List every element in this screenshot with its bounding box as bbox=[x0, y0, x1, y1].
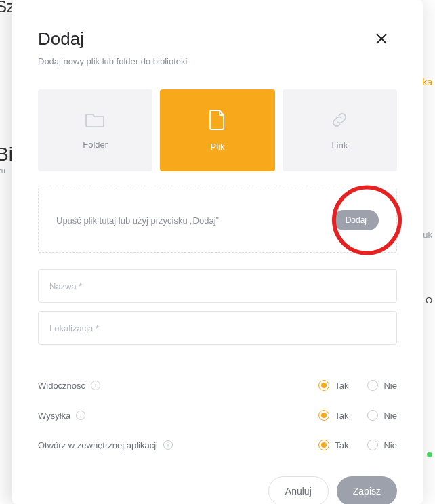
save-button[interactable]: Zapisz bbox=[337, 476, 397, 504]
radio-label: Nie bbox=[384, 381, 397, 391]
option-visibility: Widoczność i Tak Nie bbox=[38, 371, 397, 400]
status-dot-icon bbox=[427, 452, 432, 457]
tile-label: Plik bbox=[211, 142, 225, 152]
cancel-button[interactable]: Anuluj bbox=[268, 476, 329, 504]
tile-file[interactable]: Plik bbox=[160, 89, 274, 171]
info-icon[interactable]: i bbox=[76, 411, 85, 420]
modal-title: Dodaj bbox=[38, 28, 397, 49]
link-icon bbox=[330, 110, 349, 129]
radio-visibility-yes[interactable]: Tak bbox=[318, 380, 348, 391]
modal-subtitle: Dodaj nowy plik lub folder do biblioteki bbox=[38, 56, 397, 66]
radio-icon bbox=[318, 410, 329, 421]
location-input[interactable] bbox=[38, 311, 397, 345]
option-label: Widoczność bbox=[38, 381, 85, 391]
info-icon[interactable]: i bbox=[163, 440, 173, 450]
add-modal: Dodaj Dodaj nowy plik lub folder do bibl… bbox=[12, 0, 423, 504]
radio-external-no[interactable]: Nie bbox=[367, 440, 397, 450]
radio-icon bbox=[367, 440, 378, 450]
radio-icon bbox=[367, 380, 378, 391]
radio-label: Nie bbox=[384, 440, 397, 450]
bg-text: O bbox=[426, 295, 432, 306]
folder-icon bbox=[85, 111, 106, 129]
radio-shipping-no[interactable]: Nie bbox=[367, 410, 397, 421]
bg-text: Bi bbox=[0, 144, 13, 165]
radio-icon bbox=[367, 410, 378, 421]
add-file-button[interactable]: Dodaj bbox=[333, 210, 379, 230]
type-tiles: Folder Plik Link bbox=[38, 89, 397, 171]
radio-label: Tak bbox=[335, 411, 348, 421]
tile-label: Folder bbox=[83, 140, 108, 150]
file-icon bbox=[209, 109, 226, 131]
bg-text: ru bbox=[0, 167, 5, 175]
tile-label: Link bbox=[331, 140, 348, 150]
radio-label: Tak bbox=[335, 440, 348, 450]
radio-visibility-no[interactable]: Nie bbox=[367, 380, 397, 391]
radio-shipping-yes[interactable]: Tak bbox=[318, 410, 348, 421]
name-input[interactable] bbox=[38, 269, 397, 303]
bg-text: ka bbox=[422, 77, 432, 87]
close-icon bbox=[374, 31, 389, 46]
modal-footer: Anuluj Zapisz bbox=[38, 476, 397, 504]
options-group: Widoczność i Tak Nie Wysyłka i Tak Nie O… bbox=[38, 371, 397, 460]
option-external: Otwórz w zewnętrznej aplikacji i Tak Nie bbox=[38, 430, 397, 460]
tile-link[interactable]: Link bbox=[283, 89, 397, 171]
tile-folder[interactable]: Folder bbox=[38, 89, 152, 171]
drop-hint: Upuść plik tutaj lub użyj przycisku „Dod… bbox=[56, 215, 219, 226]
radio-icon bbox=[318, 380, 329, 391]
option-shipping: Wysyłka i Tak Nie bbox=[38, 400, 397, 430]
radio-external-yes[interactable]: Tak bbox=[318, 440, 348, 450]
file-drop-zone[interactable]: Upuść plik tutaj lub użyj przycisku „Dod… bbox=[38, 188, 397, 253]
option-label: Otwórz w zewnętrznej aplikacji bbox=[38, 440, 158, 450]
radio-icon bbox=[318, 440, 329, 450]
close-button[interactable] bbox=[374, 31, 389, 49]
radio-label: Tak bbox=[335, 381, 348, 391]
option-label: Wysyłka bbox=[38, 411, 70, 421]
radio-label: Nie bbox=[384, 411, 397, 421]
info-icon[interactable]: i bbox=[91, 381, 100, 390]
